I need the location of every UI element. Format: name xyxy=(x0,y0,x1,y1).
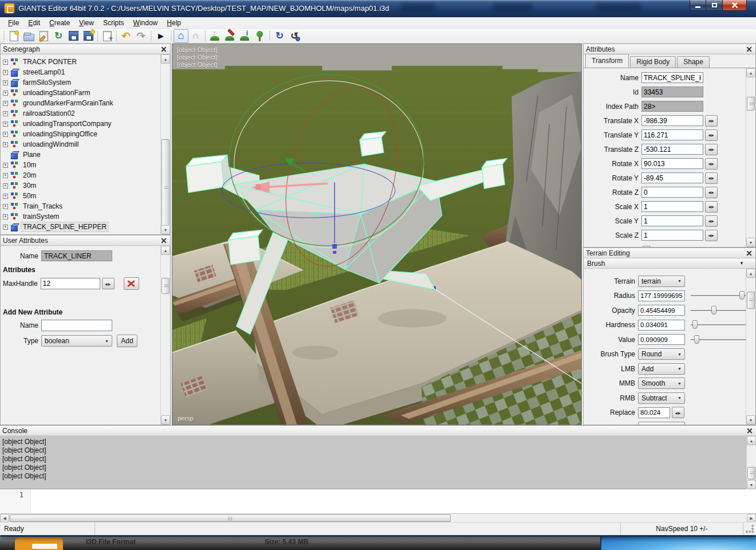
scroll-thumb[interactable] xyxy=(162,278,170,294)
scenegraph-node[interactable]: farmSiloSystem xyxy=(1,77,160,88)
scroll-thumb[interactable] xyxy=(162,139,170,235)
toolbar-redo-icon[interactable] xyxy=(133,29,148,43)
value-spinner[interactable]: ◀▶ xyxy=(705,172,718,184)
attribute-input[interactable] xyxy=(641,72,703,83)
menu-item[interactable]: File xyxy=(3,18,23,28)
menu-item[interactable]: Scripts xyxy=(99,18,129,28)
attribute-input[interactable] xyxy=(641,115,703,126)
toolbar-import-icon[interactable] xyxy=(100,29,115,43)
scenegraph-node[interactable]: unloadingShippingOffice xyxy=(1,129,160,139)
new-attribute-name-input[interactable] xyxy=(41,320,112,331)
expander-icon[interactable] xyxy=(3,111,8,116)
brush-section-bar[interactable]: Brush ▼ xyxy=(584,258,755,269)
user-attributes-scrollbar[interactable]: ▲ ▼ xyxy=(160,246,170,425)
scenegraph-scrollbar[interactable]: ▲ ▼ xyxy=(160,54,170,234)
attribute-input[interactable] xyxy=(641,144,703,155)
scenegraph-node[interactable]: trainSystem xyxy=(1,211,160,222)
menu-item[interactable]: Window xyxy=(129,18,163,28)
terrain-row-input[interactable] xyxy=(638,320,685,331)
viewport-3d[interactable]: [object Object][object Object][object Ob… xyxy=(172,44,582,425)
value-slider[interactable] xyxy=(691,335,746,345)
menu-item[interactable]: Edit xyxy=(23,18,45,28)
expander-icon[interactable] xyxy=(3,163,8,168)
titlebar[interactable]: GIANTS Editor 64bit 7.0.2 - C:/Users/MEL… xyxy=(0,0,756,17)
scenegraph-node[interactable]: Train_Tracks xyxy=(1,201,160,211)
expander-icon[interactable] xyxy=(3,80,8,85)
toolbar-reload2-icon[interactable] xyxy=(272,29,287,43)
menu-item[interactable]: Help xyxy=(162,18,186,28)
toolbar-save-icon[interactable] xyxy=(66,29,81,43)
scenegraph-node[interactable]: TRACK_SPLINE_HEPPER xyxy=(1,222,160,232)
toolbar-open-icon[interactable] xyxy=(21,29,36,43)
attribute-input[interactable] xyxy=(641,215,703,226)
attribute-input[interactable] xyxy=(641,158,703,169)
toolbar-tree-icon[interactable] xyxy=(252,29,267,43)
value-spinner[interactable]: ◀▶ xyxy=(705,129,718,141)
expander-icon[interactable] xyxy=(3,121,8,127)
scroll-up-icon[interactable]: ▲ xyxy=(747,436,756,445)
maxhandle-input[interactable] xyxy=(41,278,100,289)
terrain-editing-scrollbar[interactable]: ▲ ▼ xyxy=(746,269,755,425)
attribute-input[interactable] xyxy=(641,87,703,97)
attribute-input[interactable] xyxy=(641,187,703,198)
scroll-down-icon[interactable]: ▼ xyxy=(161,225,170,234)
console-scrollbar[interactable]: ▲ ▼ xyxy=(746,436,756,489)
expander-icon[interactable] xyxy=(3,70,8,75)
scroll-up-icon[interactable]: ▲ xyxy=(746,269,755,278)
value-spinner[interactable]: ◀▶ xyxy=(705,215,718,227)
slider-thumb[interactable] xyxy=(692,320,698,329)
terrain-row-dropdown[interactable]: Subtract ▼ xyxy=(638,392,685,404)
expander-icon[interactable] xyxy=(3,173,8,178)
attribute-input[interactable] xyxy=(641,101,703,112)
menu-item[interactable]: View xyxy=(74,18,99,28)
scroll-up-icon[interactable]: ▲ xyxy=(746,68,755,77)
slider-thumb[interactable] xyxy=(739,291,745,300)
toolbar-paint-icon[interactable] xyxy=(222,29,237,43)
attribute-input[interactable] xyxy=(641,201,703,212)
expander-icon[interactable] xyxy=(3,91,8,96)
scenegraph-node[interactable]: unloadingStationFarm xyxy=(1,88,160,98)
expander-icon[interactable] xyxy=(3,60,8,65)
menu-item[interactable]: Create xyxy=(45,18,74,28)
scroll-down-icon[interactable]: ▼ xyxy=(161,415,170,425)
expander-icon[interactable] xyxy=(3,132,8,137)
value-spinner[interactable]: ◀▶ xyxy=(705,201,718,213)
scenegraph-node[interactable]: TRACK PONTER xyxy=(1,57,160,67)
terrain-row-dropdown[interactable]: terrain ▼ xyxy=(638,276,685,287)
scenegraph-node[interactable]: streetLamp01 xyxy=(1,67,160,77)
value-slider[interactable] xyxy=(691,320,746,330)
scroll-up-icon[interactable]: ▲ xyxy=(161,54,170,64)
tab-rigid-body[interactable]: Rigid Body xyxy=(630,56,676,68)
value-slider[interactable] xyxy=(691,305,746,316)
terrain-editing-close-icon[interactable] xyxy=(745,249,753,257)
attribute-input[interactable] xyxy=(641,230,703,241)
toolbar-play-icon[interactable] xyxy=(153,29,168,43)
delete-attribute-button[interactable] xyxy=(124,277,139,290)
toolbar-home-icon[interactable] xyxy=(174,29,188,43)
maxhandle-spinner[interactable]: ◀▶ xyxy=(102,278,115,289)
toolbar-info-icon[interactable] xyxy=(237,29,252,43)
minimize-button[interactable] xyxy=(690,0,706,11)
tab-transform[interactable]: Transform xyxy=(585,54,629,68)
hscroll-thumb[interactable] xyxy=(10,514,451,522)
value-spinner[interactable]: ◀▶ xyxy=(705,230,718,241)
value-spinner[interactable]: ◀▶ xyxy=(705,115,718,127)
toolbar-saveas-icon[interactable] xyxy=(81,29,96,43)
scenegraph-node[interactable]: unloadingTransportCompany xyxy=(1,119,160,129)
terrain-row-input[interactable] xyxy=(638,334,685,345)
scroll-down-icon[interactable]: ▼ xyxy=(747,480,756,489)
scroll-right-icon[interactable]: ▶ xyxy=(747,514,756,522)
toolbar-sculpt-icon[interactable] xyxy=(207,29,222,43)
scenegraph-node[interactable]: unloadingWindmill xyxy=(1,139,160,150)
terrain-row-dropdown[interactable]: Round ▼ xyxy=(638,348,685,360)
scroll-down-icon[interactable]: ▼ xyxy=(746,238,755,247)
scenegraph-node[interactable]: 50m xyxy=(1,191,160,201)
scenegraph-node[interactable]: 30m xyxy=(1,180,160,191)
scenegraph-node[interactable]: railroadStation02 xyxy=(1,108,160,119)
scenegraph-node[interactable]: Plane xyxy=(1,150,160,160)
terrain-row-dropdown[interactable]: ▼ xyxy=(638,422,685,425)
add-attribute-button[interactable]: Add xyxy=(117,335,137,347)
toolbar-magnet-icon[interactable] xyxy=(188,29,203,43)
scroll-up-icon[interactable]: ▲ xyxy=(161,246,170,255)
value-spinner[interactable]: ◀▶ xyxy=(705,158,718,170)
